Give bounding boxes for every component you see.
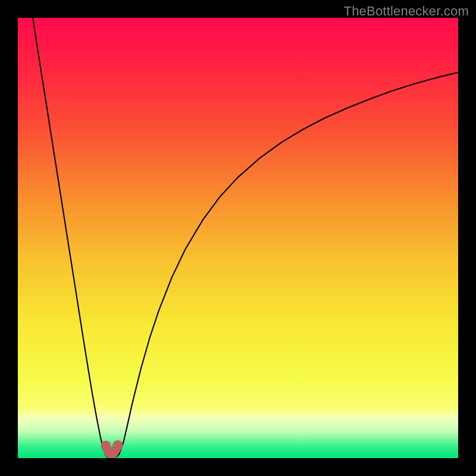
gradient-background: [18, 18, 458, 458]
chart-svg: [18, 18, 458, 458]
watermark-text: TheBottlenecker.com: [344, 4, 469, 19]
chart-frame: TheBottlenecker.com: [0, 0, 476, 476]
marker-min-right: [112, 440, 123, 450]
marker-min-left: [101, 441, 111, 451]
plot-area: [18, 18, 458, 458]
